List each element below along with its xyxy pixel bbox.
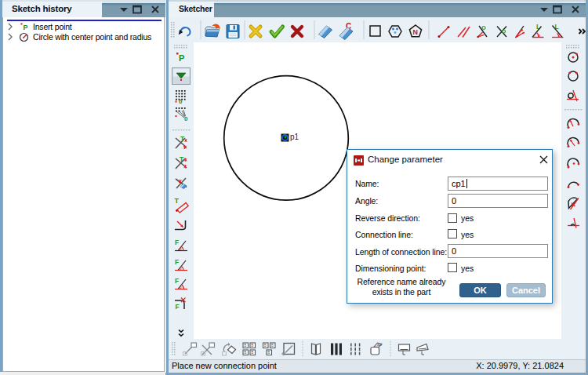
svg-text:0: 0 — [184, 115, 188, 122]
svg-text:F: F — [176, 303, 180, 311]
svg-text:T: T — [180, 155, 184, 163]
svg-text:F: F — [175, 238, 179, 246]
svg-text:B: B — [244, 351, 246, 355]
svg-text:P: P — [24, 24, 28, 31]
svg-text:B: B — [251, 351, 253, 355]
svg-text:AN: AN — [377, 343, 382, 347]
svg-text:F: F — [175, 258, 179, 266]
svg-text:0: 0 — [179, 98, 183, 105]
svg-text:T: T — [175, 197, 180, 205]
svg-text:N: N — [413, 28, 419, 36]
svg-text:F: F — [175, 277, 179, 285]
svg-text:P: P — [179, 53, 184, 63]
svg-text:α: α — [538, 33, 541, 38]
svg-text:B: B — [244, 344, 246, 348]
svg-text:B: B — [267, 351, 270, 355]
svg-text:B: B — [271, 344, 274, 348]
svg-text:B: B — [251, 344, 253, 348]
svg-text:T: T — [180, 135, 185, 143]
svg-text:B: B — [264, 344, 267, 348]
